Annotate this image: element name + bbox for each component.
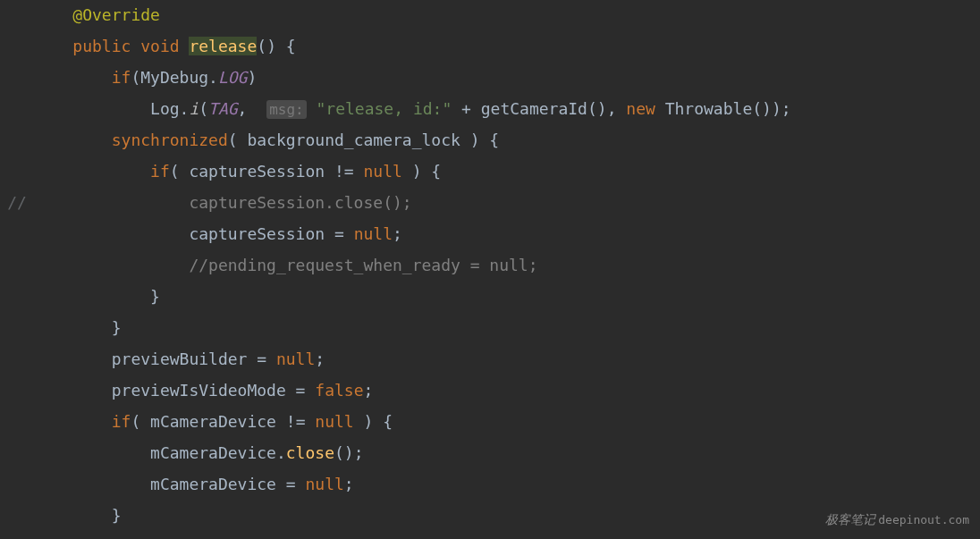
variable: captureSession — [189, 224, 325, 243]
comment: //pending_request_when_ready = null; — [189, 256, 537, 274]
variable: mCameraDevice — [150, 475, 276, 493]
watermark: 极客笔记 deepinout.com — [825, 508, 969, 532]
keyword-if: if — [112, 412, 131, 431]
gutter: // — [0, 0, 34, 539]
keyword-null: null — [315, 412, 353, 431]
brace-close: } — [112, 506, 122, 525]
keyword-false: false — [315, 381, 363, 400]
method-call: getCameraId() — [481, 99, 607, 118]
method-name: release — [189, 37, 257, 55]
log-class: Log — [150, 99, 180, 118]
code-line[interactable]: @Override — [34, 0, 980, 31]
variable: previewBuilder — [112, 350, 248, 368]
tag-field: TAG — [208, 99, 238, 118]
commented-code: captureSession.close(); — [189, 193, 411, 212]
code-line[interactable]: public void release() { — [34, 31, 980, 63]
static-field: LOG — [218, 68, 248, 87]
class-ref: MyDebug — [140, 68, 208, 87]
keyword-public: public — [72, 37, 131, 55]
variable: background_camera_lock — [247, 131, 460, 149]
keyword-synchronized: synchronized — [112, 131, 228, 149]
code-line[interactable]: captureSession = null; — [34, 219, 980, 250]
code-line[interactable]: previewBuilder = null; — [34, 344, 980, 375]
code-line[interactable]: mCameraDevice.close(); — [34, 438, 980, 469]
code-line[interactable]: previewIsVideoMode = false; — [34, 375, 980, 407]
punctuation: () { — [257, 37, 295, 55]
keyword-void: void — [140, 37, 179, 55]
code-line[interactable]: if( captureSession != null ) { — [34, 156, 980, 188]
code-line[interactable]: } — [34, 313, 980, 344]
static-method: i — [189, 99, 199, 118]
code-line[interactable]: mCameraDevice = null; — [34, 469, 980, 501]
keyword-null: null — [364, 162, 402, 181]
brace-close: } — [150, 287, 160, 306]
keyword-if: if — [112, 68, 131, 87]
variable: mCameraDevice — [150, 412, 276, 431]
brace-close: } — [112, 318, 122, 337]
annotation: @Override — [72, 5, 160, 24]
code-editor[interactable]: // @Override public void release() { if(… — [0, 0, 980, 539]
code-line[interactable]: captureSession.close(); — [34, 188, 980, 219]
keyword-null: null — [276, 350, 315, 368]
gutter-comment-marker: // — [0, 188, 34, 219]
keyword-new: new — [626, 99, 655, 118]
keyword-null: null — [354, 224, 393, 243]
code-area[interactable]: @Override public void release() { if(MyD… — [34, 0, 980, 539]
code-line[interactable]: if(MyDebug.LOG) — [34, 63, 980, 94]
code-line[interactable]: synchronized( background_camera_lock ) { — [34, 125, 980, 156]
variable: previewIsVideoMode — [112, 381, 286, 400]
method-call: close — [286, 443, 334, 462]
parameter-hint: msg: — [266, 100, 307, 119]
string-literal: "release, id:" — [317, 99, 452, 118]
keyword-if: if — [150, 162, 170, 181]
variable: captureSession — [189, 162, 325, 181]
code-line[interactable]: //pending_request_when_ready = null; — [34, 250, 980, 282]
code-line[interactable]: } — [34, 282, 980, 313]
watermark-chinese: 极客笔记 — [825, 513, 875, 526]
watermark-url: deepinout.com — [878, 513, 969, 526]
variable: mCameraDevice — [150, 443, 276, 462]
code-line[interactable]: if( mCameraDevice != null ) { — [34, 407, 980, 438]
code-line[interactable]: Log.i(TAG, msg: "release, id:" + getCame… — [34, 94, 980, 125]
keyword-null: null — [305, 475, 343, 493]
